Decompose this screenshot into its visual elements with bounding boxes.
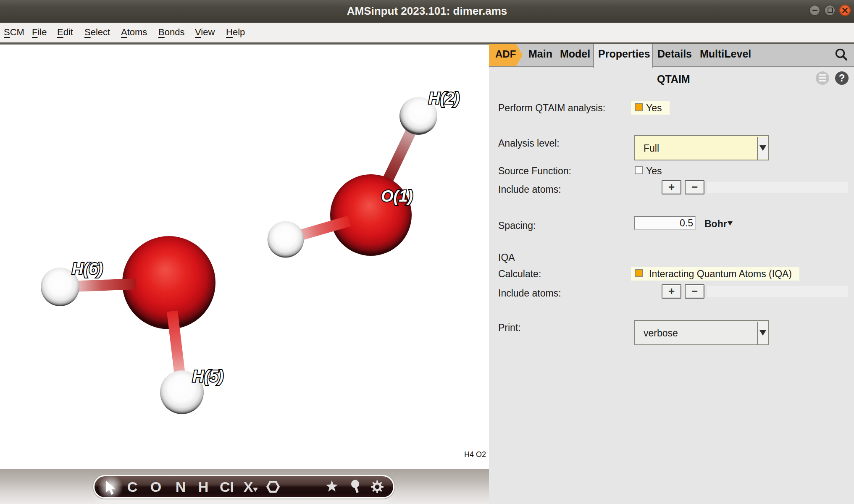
svg-text:Cl: Cl [220,479,234,495]
svg-text:N: N [176,479,186,495]
svg-text:H: H [198,479,209,495]
svg-text:O(1): O(1) [381,187,413,205]
svg-text:H(5): H(5) [192,368,223,385]
svg-text:O: O [150,479,161,495]
svg-text:C: C [127,479,138,495]
svg-text:H(2): H(2) [428,89,460,107]
svg-text:X: X [244,479,253,495]
svg-text:H(6): H(6) [72,260,103,278]
